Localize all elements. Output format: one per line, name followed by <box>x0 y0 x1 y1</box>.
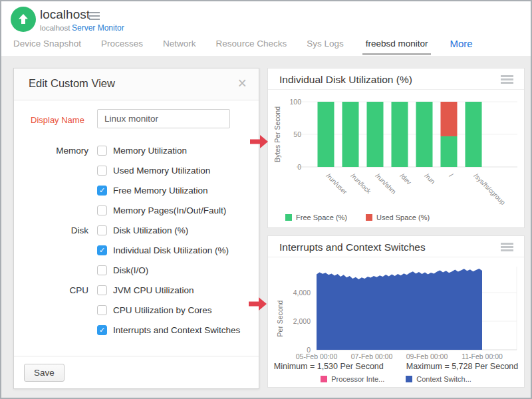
option-row-jvm-cpu-utilization: CPUJVM CPU Utilization <box>14 280 259 300</box>
tab-more[interactable]: More <box>448 36 473 54</box>
disk-utilization-card: Individual Disk Utilization (%) 050100By… <box>267 68 525 228</box>
legend-swatch <box>366 214 372 221</box>
legend-swatch <box>406 376 412 382</box>
option-label-cpu-utilization-by-cores[interactable]: CPU Utilization by Cores <box>113 305 212 315</box>
display-name-input[interactable] <box>97 109 230 128</box>
page-title: localhost <box>40 7 90 22</box>
option-row-cpu-utilization-by-cores: CPU Utilization by Cores <box>14 300 259 320</box>
breadcrumb-host: localhost <box>40 24 70 32</box>
card-header: Individual Disk Utilization (%) <box>268 68 524 90</box>
x-tick-label: /run <box>424 172 437 186</box>
display-name-label: Display Name <box>31 115 84 125</box>
close-icon[interactable]: × <box>238 74 247 92</box>
chart-title-disk-utilization: Individual Disk Utilization (%) <box>279 74 412 86</box>
option-label-individual-disk-utilization[interactable]: Individual Disk Utilization (%) <box>113 245 229 255</box>
bar-free-space-sys-fs-cgroup <box>466 102 482 167</box>
tab-resource-checks[interactable]: Resource Checks <box>215 37 289 53</box>
option-label-free-memory-utilization[interactable]: Free Memory Utilization <box>113 186 208 196</box>
checkbox-disk-i-o[interactable] <box>97 265 107 275</box>
save-button[interactable]: Save <box>24 364 65 382</box>
checkbox-memory-pages-in-out-fault[interactable] <box>97 205 107 215</box>
legend-item-free-space[interactable]: Free Space (%) <box>285 213 347 221</box>
option-row-individual-disk-utilization: ✓Individual Disk Utilization (%) <box>14 240 259 260</box>
bar-free-space-run <box>416 102 433 167</box>
x-tick-label: 05-Feb 00:00 <box>296 352 338 360</box>
legend-label: Used Space (%) <box>376 213 430 221</box>
option-label-disk-i-o[interactable]: Disk(I/O) <box>113 265 148 275</box>
chart-title-interrupts: Interrupts and Context Switches <box>279 241 426 253</box>
x-tick-label: 11-Feb 00:00 <box>462 352 503 360</box>
x-tick-label: 07-Feb 00:00 <box>351 352 393 360</box>
minimum-value: Minimum = 1,530 Per Second <box>274 362 384 371</box>
red-arrow-to-interrupts-chart-icon <box>249 297 267 311</box>
y-axis-label: Bytes Per Second <box>273 106 281 162</box>
x-tick-label: /sys/fs/cgroup <box>473 172 507 207</box>
modal-header: Edit Custom View × <box>14 68 259 100</box>
bar-free-space-run-user <box>318 102 334 167</box>
chart-summary: Minimum = 1,530 Per Second Maximum = 5,7… <box>268 362 524 371</box>
legend-swatch <box>321 376 327 382</box>
red-arrow-to-disk-chart-icon <box>250 135 268 148</box>
option-row-interrupts-and-context-switches: ✓Interrupts and Context Switches <box>14 320 259 340</box>
server-monitor-window: localhost localhost Server Monitor Devic… <box>0 0 532 399</box>
checkbox-interrupts-and-context-switches[interactable]: ✓ <box>97 325 107 335</box>
option-label-memory-utilization[interactable]: Memory Utilization <box>113 146 187 156</box>
group-label-cpu: CPU <box>14 285 88 295</box>
breadcrumb-link-server-monitor[interactable]: Server Monitor <box>72 23 124 33</box>
tab-processes[interactable]: Processes <box>100 37 144 53</box>
option-label-used-memory-utilization[interactable]: Used Memory Utilization <box>113 166 210 176</box>
y-tick-label: 50 <box>293 130 301 138</box>
tab-bar: Device SnapshotProcessesNetworkResource … <box>1 37 531 56</box>
checkbox-jvm-cpu-utilization[interactable] <box>97 285 107 295</box>
interrupts-context-switches-card: Interrupts and Context Switches 02,0004,… <box>267 235 525 388</box>
bar-chart-legend: Free Space (%)Used Space (%) <box>285 213 430 221</box>
option-row-memory-utilization: MemoryMemory Utilization <box>14 140 259 160</box>
up-arrow-icon <box>17 13 30 26</box>
checkbox-memory-utilization[interactable] <box>97 146 107 156</box>
x-tick-label: /run/lock <box>350 172 373 196</box>
chart-menu-hamburger-icon[interactable] <box>501 75 513 85</box>
option-row-memory-pages-in-out-fault: Memory Pages(In/Out/Fault) <box>14 200 259 220</box>
option-label-memory-pages-in-out-fault[interactable]: Memory Pages(In/Out/Fault) <box>113 205 226 215</box>
checkbox-disk-utilization[interactable] <box>97 225 107 235</box>
x-tick-label: /run/user <box>325 172 349 196</box>
edit-custom-view-modal: Edit Custom View × Display Name MemoryMe… <box>13 68 259 389</box>
area-chart-legend: Processor Inte...Context Switch... <box>268 375 524 383</box>
bar-free-space-dev <box>392 102 408 167</box>
legend-item-processor-inte[interactable]: Processor Inte... <box>321 375 384 383</box>
tab-device-snapshot[interactable]: Device Snapshot <box>12 37 82 53</box>
bar-used-space- <box>441 102 458 136</box>
interrupts-area-chart: 02,0004,000Per Second05-Feb 00:0007-Feb … <box>272 257 521 361</box>
tab-network[interactable]: Network <box>162 37 198 53</box>
header-menu-icon[interactable] <box>89 10 100 22</box>
context-switches-area <box>317 269 482 350</box>
legend-swatch <box>285 214 292 221</box>
tab-sys-logs[interactable]: Sys Logs <box>305 37 345 53</box>
option-label-disk-utilization[interactable]: Disk Utilization (%) <box>113 225 188 235</box>
option-label-interrupts-and-context-switches[interactable]: Interrupts and Context Switches <box>113 325 240 335</box>
maximum-value: Maximum = 5,728 Per Second <box>406 362 519 371</box>
x-tick-label: /run/shm <box>374 172 398 196</box>
y-tick-label: 0 <box>297 163 301 171</box>
legend-item-used-space[interactable]: Used Space (%) <box>366 213 430 221</box>
monitor-status-icon <box>11 7 36 32</box>
legend-label: Free Space (%) <box>296 213 347 221</box>
bar-free-space-run-shm <box>367 102 384 167</box>
option-row-free-memory-utilization: ✓Free Memory Utilization <box>14 180 259 200</box>
option-row-disk-utilization: DiskDisk Utilization (%) <box>14 220 259 240</box>
checkbox-used-memory-utilization[interactable] <box>97 166 107 176</box>
bar-free-space- <box>441 136 458 167</box>
checkbox-free-memory-utilization[interactable]: ✓ <box>97 186 107 196</box>
y-tick-label: 2,000 <box>293 317 311 325</box>
option-row-disk-i-o: Disk(I/O) <box>14 260 259 280</box>
bar-free-space-run-lock <box>342 102 359 167</box>
modal-title: Edit Custom View <box>29 77 115 90</box>
chart-menu-hamburger-icon[interactable] <box>501 243 513 253</box>
option-label-jvm-cpu-utilization[interactable]: JVM CPU Utilization <box>113 285 194 295</box>
legend-item-context-switch[interactable]: Context Switch... <box>406 375 471 383</box>
checkbox-individual-disk-utilization[interactable]: ✓ <box>97 245 107 255</box>
x-tick-label: 09-Feb 00:00 <box>406 352 448 360</box>
tab-freebsd-monitor[interactable]: freebsd monitor <box>362 37 432 55</box>
x-tick-label: /dev <box>399 172 413 186</box>
checkbox-cpu-utilization-by-cores[interactable] <box>97 305 107 315</box>
